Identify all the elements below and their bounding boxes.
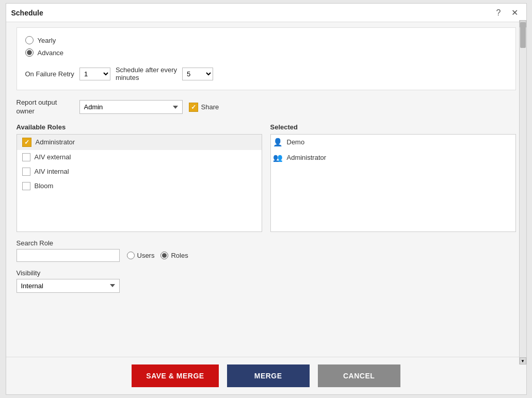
schedule-after-label: Schedule after everyminutes <box>116 66 177 81</box>
share-group: Share <box>189 103 219 112</box>
search-row: Users Roles <box>17 249 516 262</box>
role-item-administrator[interactable]: Administrator <box>17 135 262 150</box>
role-item-aiv-internal[interactable]: AIV internal <box>17 164 262 179</box>
visibility-select[interactable]: Internal External All <box>17 279 120 293</box>
users-radio-option: Users <box>127 252 155 259</box>
yearly-label: Yearly <box>38 37 56 44</box>
roles-radio-option: Roles <box>160 252 188 259</box>
scroll-down-btn[interactable]: ▼ <box>520 357 526 364</box>
scroll-thumb[interactable] <box>520 22 526 48</box>
visibility-section: Visibility Internal External All <box>17 269 516 293</box>
retry-label: On Failure Retry <box>25 70 74 78</box>
selected-list: 👤 Demo 👥 Administrator <box>270 134 516 232</box>
visibility-label: Visibility <box>17 269 516 277</box>
roles-radio[interactable] <box>160 252 168 259</box>
selected-item-administrator: 👥 Administrator <box>271 150 515 165</box>
owner-label: Report output owner <box>17 98 73 116</box>
selected-label-demo: Demo <box>287 138 305 146</box>
selected-label-administrator: Administrator <box>287 154 327 161</box>
title-bar: Schedule ? ✕ <box>6 4 526 22</box>
dialog-scrollbar[interactable]: ▲ ▼ <box>519 20 526 364</box>
available-roles-list: Administrator AIV external AIV internal <box>17 134 262 232</box>
schedule-dialog: Schedule ? ✕ Yearly Advance On Failure R… <box>6 3 527 395</box>
retry-select[interactable]: 1 2 3 <box>79 68 110 80</box>
merge-button[interactable]: MERGE <box>227 364 310 387</box>
selected-item-demo: 👤 Demo <box>271 135 515 150</box>
available-roles-title: Available Roles <box>17 123 262 131</box>
search-role-section: Search Role Users Roles <box>17 239 516 262</box>
selected-title: Selected <box>270 123 516 131</box>
role-label-bloom: Bloom <box>35 182 54 190</box>
available-roles-col: Available Roles Administrator AIV extern… <box>17 123 262 232</box>
owner-select[interactable]: Admin User1 User2 <box>79 100 183 114</box>
admin-checkbox[interactable] <box>22 138 31 147</box>
role-item-bloom[interactable]: Bloom <box>17 179 262 193</box>
yearly-radio-row: Yearly <box>25 34 507 46</box>
role-label-aiv-internal: AIV internal <box>35 168 69 175</box>
dialog-title: Schedule <box>11 9 43 17</box>
aiv-ext-checkbox[interactable] <box>22 153 30 161</box>
roles-label: Roles <box>171 252 188 259</box>
role-label-aiv-external: AIV external <box>35 153 71 161</box>
group-icon: 👥 <box>273 153 283 162</box>
bloom-checkbox[interactable] <box>22 182 30 190</box>
help-button[interactable]: ? <box>493 7 504 19</box>
search-radio-group: Users Roles <box>127 252 188 259</box>
save-merge-button[interactable]: SAVE & MERGE <box>132 364 218 387</box>
share-label: Share <box>201 103 219 111</box>
selected-col: Selected 👤 Demo 👥 Administrator <box>270 123 516 232</box>
footer: SAVE & MERGE MERGE CANCEL <box>6 357 526 394</box>
role-item-aiv-external[interactable]: AIV external <box>17 150 262 164</box>
user-icon: 👤 <box>273 138 283 147</box>
roles-wrapper: Available Roles Administrator AIV extern… <box>17 123 516 232</box>
title-bar-actions: ? ✕ <box>493 7 521 19</box>
role-label-administrator: Administrator <box>36 138 75 146</box>
scroll-content: Yearly Advance On Failure Retry 1 2 3 Sc… <box>6 22 526 357</box>
advance-radio-row: Advance <box>25 46 507 59</box>
yearly-radio[interactable] <box>25 36 34 44</box>
minutes-select[interactable]: 5 10 15 <box>182 68 213 80</box>
search-role-label: Search Role <box>17 239 516 247</box>
aiv-int-checkbox[interactable] <box>22 168 30 176</box>
failure-retry-row: On Failure Retry 1 2 3 Schedule after ev… <box>25 64 507 84</box>
users-label: Users <box>137 252 155 259</box>
advance-label: Advance <box>38 49 64 57</box>
close-button[interactable]: ✕ <box>508 7 521 19</box>
users-radio[interactable] <box>127 252 135 259</box>
share-checkbox[interactable] <box>189 103 198 112</box>
search-input[interactable] <box>17 249 120 262</box>
schedule-section: Yearly Advance On Failure Retry 1 2 3 Sc… <box>17 27 516 90</box>
cancel-button[interactable]: CANCEL <box>318 364 400 387</box>
owner-section: Report output owner Admin User1 User2 Sh… <box>17 98 516 116</box>
advance-radio[interactable] <box>25 48 34 57</box>
